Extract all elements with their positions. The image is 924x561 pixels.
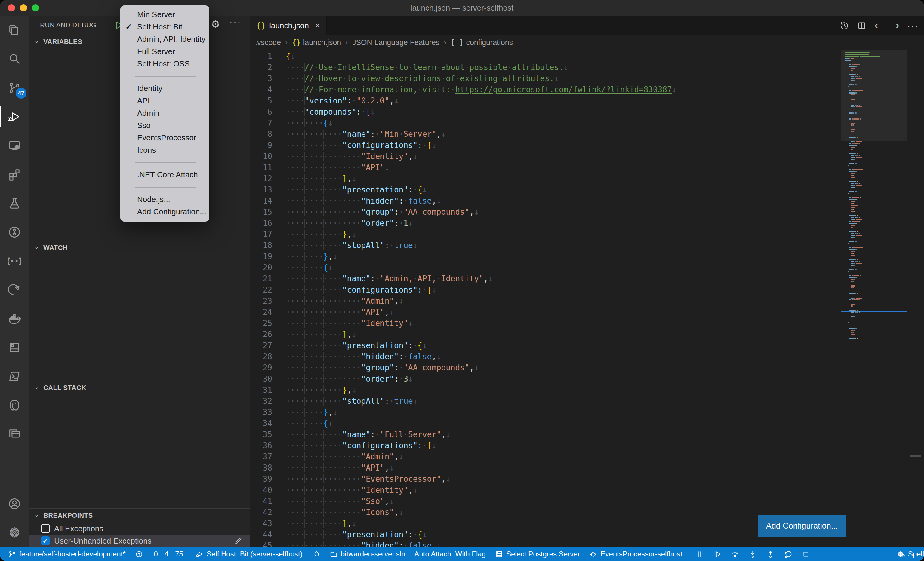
activity-item-live-share[interactable] (0, 275, 29, 304)
status-auto-attach[interactable]: Auto Attach: With Flag (414, 550, 486, 558)
menu-item[interactable]: API (120, 95, 209, 107)
code-line: 32············"stopAll":·true↓ (250, 396, 841, 407)
activity-item-remote-explorer[interactable] (0, 131, 29, 160)
status-bar: feature/self-hosted-development*0475Self… (0, 547, 924, 561)
breakpoints-section-header[interactable]: BREAKPOINTS (29, 509, 250, 522)
line-number: 24 (250, 307, 272, 318)
tab-launch-json[interactable]: {} launch.json × (250, 16, 327, 36)
editor-scrollbar[interactable] (907, 49, 924, 547)
menu-item[interactable]: Full Server (120, 45, 209, 58)
debug-restart-icon[interactable] (783, 550, 793, 559)
status-publish-changes[interactable] (135, 550, 144, 559)
debug-continue-icon[interactable] (712, 550, 722, 559)
activity-item-terminal[interactable] (0, 362, 29, 391)
watch-section-header[interactable]: WATCH (29, 241, 250, 255)
postgresql-icon (8, 398, 21, 412)
close-tab-icon[interactable]: × (315, 21, 320, 31)
tab-strip: {} launch.json × ← → ··· (250, 16, 924, 36)
activity-item-extensions[interactable] (0, 160, 29, 189)
activity-item-storage[interactable] (0, 333, 29, 362)
testing-icon (8, 196, 21, 210)
activity-item-source-control[interactable]: 47 (0, 73, 29, 102)
breadcrumb-separator: › (285, 38, 288, 47)
line-number: 22 (250, 284, 272, 296)
navigate-back-icon[interactable]: ← (874, 19, 883, 31)
menu-item[interactable]: Add Configuration... (120, 206, 209, 218)
gear-badge-icon: ⚙ (897, 550, 905, 559)
code-editor[interactable]: 1{↓2····//·Use·IntelliSense·to·learn·abo… (250, 49, 841, 547)
activity-item-search[interactable] (0, 45, 29, 73)
activity-item-postgresql[interactable] (0, 391, 29, 420)
code-line: 10················"Identity",↓ (250, 151, 841, 162)
menu-item[interactable]: EventsProcessor (120, 132, 209, 144)
timeline-history-icon[interactable] (840, 21, 849, 30)
call-stack-section-header[interactable]: CALL STACK (29, 381, 250, 395)
menu-item[interactable]: Admin, API, Identity (120, 33, 209, 45)
breakpoints-section: BREAKPOINTS All Exceptions✓User-Unhandle… (29, 509, 250, 547)
navigate-forward-icon[interactable]: → (891, 19, 900, 31)
code-line: 35············"name":·"Full·Server",↓ (250, 429, 841, 440)
menu-item[interactable]: Identity (120, 82, 209, 95)
status-solution[interactable]: bitwarden-server.sln (329, 550, 405, 559)
activity-item-account[interactable] (0, 489, 29, 518)
debug-configuration-menu: Min Server✓Self Host: BitAdmin, API, Ide… (120, 5, 209, 221)
activity-item-settings[interactable]: ⚙ (0, 518, 29, 547)
activity-item-docker[interactable] (0, 304, 29, 333)
breadcrumb-item[interactable]: .vscode (255, 38, 281, 47)
menu-item[interactable]: Min Server (120, 8, 209, 21)
activity-item-object-browser[interactable]: {··} (0, 247, 29, 275)
breadcrumb-symbol-icon: [ ] (451, 39, 464, 47)
debug-pause-icon[interactable] (695, 550, 704, 559)
breakpoint-row[interactable]: All Exceptions (29, 522, 250, 535)
add-configuration-button[interactable]: Add Configuration... (758, 515, 846, 537)
activity-item-gitlens[interactable] (0, 218, 29, 247)
code-line: 16················"order":·1↓ (250, 218, 841, 229)
split-editor-icon[interactable] (857, 21, 867, 30)
activity-item-testing[interactable] (0, 189, 29, 218)
checkbox-unchecked[interactable] (41, 524, 50, 533)
status-debug-configuration[interactable]: Self Host: Bit (server-selfhost) (195, 550, 303, 559)
menu-item[interactable]: Sso (120, 119, 209, 132)
menu-item[interactable]: Icons (120, 144, 209, 156)
status-spell-checker[interactable]: ⚙Spell (897, 550, 924, 559)
editor-more-actions-icon[interactable]: ··· (907, 20, 919, 31)
remote-explorer-icon (8, 139, 21, 153)
activity-item-explorer[interactable] (0, 16, 29, 45)
code-line: 4····//·For·more·information,·visit:·htt… (250, 84, 841, 95)
debug-settings-gear-icon[interactable]: ⚙ (211, 18, 220, 30)
code-line: 1{↓ (250, 51, 841, 62)
breadcrumb-item[interactable]: JSON Language Features (352, 38, 440, 47)
debug-stop-icon[interactable] (801, 550, 811, 559)
code-line: 44············"presentation":·{↓ (250, 529, 841, 540)
status-problems[interactable]: 0475 (153, 550, 186, 558)
edit-condition-icon[interactable] (234, 536, 243, 545)
minimap[interactable] (841, 49, 907, 547)
menu-item[interactable]: Node.js... (120, 193, 209, 206)
breakpoint-row[interactable]: ✓User-Unhandled Exceptions (29, 535, 250, 547)
activity-item-run-and-debug[interactable] (0, 102, 29, 131)
debug-step-over-icon[interactable] (730, 550, 740, 559)
menu-item[interactable]: Admin (120, 107, 209, 119)
breadcrumb-item[interactable]: [ ]configurations (451, 38, 513, 47)
checkbox-checked[interactable]: ✓ (41, 536, 50, 545)
line-number: 9 (250, 140, 272, 151)
call-stack-section: CALL STACK (29, 381, 250, 509)
menu-item[interactable]: ✓Self Host: Bit (120, 21, 209, 33)
status-postgres-server[interactable]: Select Postgres Server (495, 550, 580, 559)
line-number: 40 (250, 485, 272, 496)
sidebar-more-actions-icon[interactable]: ··· (229, 16, 241, 28)
breadcrumb-item[interactable]: {}launch.json (292, 38, 341, 47)
status-hot-reload[interactable] (312, 550, 320, 559)
watch-section: WATCH (29, 241, 250, 381)
code-line: 22············"configurations":·[↓ (250, 284, 841, 296)
status-debug-session[interactable]: EventsProcessor-selfhost (589, 550, 682, 559)
menu-item[interactable]: .NET Core Attach (120, 169, 209, 181)
activity-item-window-layout[interactable] (0, 420, 29, 449)
code-line: 2····//·Use·IntelliSense·to·learn·about·… (250, 62, 841, 73)
line-number: 43 (250, 518, 272, 529)
debug-step-into-icon[interactable] (748, 550, 758, 559)
line-number: 19 (250, 251, 272, 262)
status-git-branch[interactable]: feature/self-hosted-development* (8, 550, 126, 559)
debug-step-out-icon[interactable] (766, 550, 775, 559)
menu-item[interactable]: Self Host: OSS (120, 58, 209, 70)
